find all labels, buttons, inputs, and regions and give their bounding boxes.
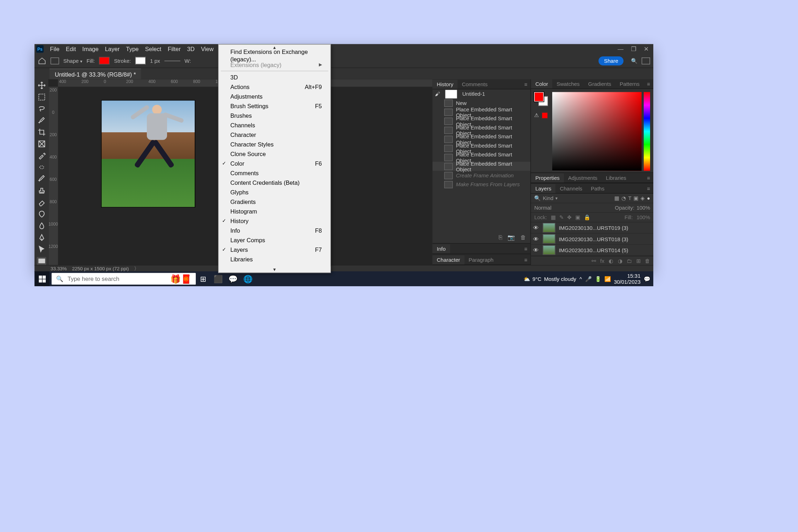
- taskbar-app-1[interactable]: ⬛: [211, 271, 226, 286]
- document-canvas[interactable]: [102, 101, 195, 207]
- layer-row[interactable]: 👁IMG20230130...URST018 (3): [531, 234, 653, 245]
- menu-type[interactable]: Type: [123, 45, 142, 53]
- layer-row[interactable]: 👁IMG20230130...URST019 (3): [531, 222, 653, 234]
- menu-item-brushes[interactable]: Brushes: [219, 111, 331, 120]
- menu-item-content-credentials-beta-[interactable]: Content Credentials (Beta): [219, 178, 331, 187]
- menu-file[interactable]: File: [47, 45, 63, 53]
- taskbar-clock[interactable]: 15:31 30/01/2023: [614, 273, 641, 285]
- shape-mode[interactable]: Shape ▾: [63, 58, 83, 64]
- menu-item-find-extensions[interactable]: Find Extensions on Exchange (legacy)...: [219, 51, 331, 60]
- create-document-icon[interactable]: ⎘: [499, 234, 503, 241]
- tab-adjustments[interactable]: Adjustments: [564, 173, 602, 182]
- notifications-icon[interactable]: 💬: [644, 276, 650, 282]
- menu-item-layers[interactable]: LayersF7: [219, 245, 331, 254]
- menu-item-color[interactable]: ColorF6: [219, 159, 331, 168]
- tab-gradients[interactable]: Gradients: [584, 79, 615, 89]
- visibility-toggle[interactable]: 👁: [533, 225, 539, 231]
- tab-color[interactable]: Color: [531, 79, 552, 89]
- tab-properties[interactable]: Properties: [531, 173, 564, 182]
- menu-item-3d[interactable]: 3D: [219, 72, 331, 82]
- history-state[interactable]: Place Embedded Smart Object: [433, 162, 531, 171]
- tab-info[interactable]: Info: [433, 244, 450, 253]
- mask-icon[interactable]: ◐: [609, 258, 614, 264]
- menu-filter[interactable]: Filter: [165, 45, 184, 53]
- menu-item-clone-source[interactable]: Clone Source: [219, 149, 331, 159]
- share-button[interactable]: Share: [599, 56, 624, 65]
- menu-item-character[interactable]: Character: [219, 130, 331, 139]
- marquee-tool[interactable]: [37, 93, 46, 101]
- task-view-icon[interactable]: ⊞: [196, 271, 211, 286]
- tray-battery-icon[interactable]: 🔋: [595, 276, 601, 282]
- start-button[interactable]: [35, 271, 50, 286]
- lasso-tool[interactable]: [37, 105, 46, 113]
- stroke-swatch[interactable]: [135, 57, 146, 65]
- path-select-tool[interactable]: [37, 245, 46, 254]
- gamut-warning-icon[interactable]: ⚠: [534, 112, 539, 118]
- menu-item-brush-settings[interactable]: Brush SettingsF5: [219, 101, 331, 111]
- adjustment-icon[interactable]: ◑: [618, 258, 623, 264]
- tab-character[interactable]: Character: [433, 255, 465, 264]
- tab-layers[interactable]: Layers: [531, 184, 555, 193]
- tab-patterns[interactable]: Patterns: [615, 79, 644, 89]
- history-state[interactable]: Make Frames From Layers: [433, 180, 531, 189]
- patch-tool[interactable]: [37, 164, 46, 172]
- tab-paragraph[interactable]: Paragraph: [464, 255, 498, 264]
- layer-row[interactable]: 👁IMG20230130...URST014 (5): [531, 245, 653, 256]
- hue-slider[interactable]: [644, 92, 650, 171]
- stroke-width[interactable]: 1 px: [150, 58, 160, 64]
- tab-swatches[interactable]: Swatches: [552, 79, 584, 89]
- menu-item-adjustments[interactable]: Adjustments: [219, 92, 331, 101]
- fx-icon[interactable]: fx: [600, 258, 604, 264]
- stroke-style[interactable]: [164, 60, 180, 61]
- paintbrush-tool[interactable]: [37, 175, 46, 183]
- menu-item-histogram[interactable]: Histogram: [219, 206, 331, 216]
- opacity-value[interactable]: 100%: [637, 205, 650, 211]
- menu-select[interactable]: Select: [142, 45, 165, 53]
- taskbar-search[interactable]: 🔍 Type here to search 🎁🧧: [52, 273, 196, 285]
- blend-mode[interactable]: Normal: [534, 205, 551, 211]
- home-icon[interactable]: [38, 57, 46, 65]
- menu-view[interactable]: View: [198, 45, 217, 53]
- menu-item-comments[interactable]: Comments: [219, 168, 331, 178]
- visibility-toggle[interactable]: 👁: [533, 236, 539, 242]
- eyedropper-tool[interactable]: [37, 152, 46, 160]
- search-icon[interactable]: 🔍: [631, 58, 637, 64]
- minimize-button[interactable]: —: [618, 45, 624, 52]
- tool-preset-picker[interactable]: [51, 57, 59, 64]
- gradient-tool[interactable]: [37, 210, 46, 218]
- pen-tool[interactable]: [37, 234, 46, 242]
- tray-chevron-icon[interactable]: ^: [580, 276, 582, 282]
- fill-swatch[interactable]: [99, 57, 110, 65]
- menu-item-history[interactable]: History: [219, 216, 331, 226]
- tray-wifi-icon[interactable]: 📶: [604, 276, 611, 282]
- weather-widget[interactable]: ⛅ 9°C Mostly cloudy: [523, 276, 576, 282]
- menu-image[interactable]: Image: [79, 45, 102, 53]
- brush-tool[interactable]: [37, 117, 46, 125]
- taskbar-app-chrome[interactable]: 🌐: [240, 271, 255, 286]
- tab-comments[interactable]: Comments: [458, 79, 492, 89]
- menu-item-gradients[interactable]: Gradients: [219, 197, 331, 206]
- tab-history[interactable]: History: [433, 79, 458, 89]
- rectangle-tool[interactable]: [37, 257, 46, 265]
- menu-layer[interactable]: Layer: [102, 45, 123, 53]
- closest-color-swatch[interactable]: [542, 112, 548, 119]
- menu-item-actions[interactable]: ActionsAlt+F9: [219, 82, 331, 92]
- new-layer-icon[interactable]: ⊞: [636, 258, 641, 264]
- menu-item-info[interactable]: InfoF8: [219, 226, 331, 235]
- crop-tool[interactable]: [37, 128, 46, 137]
- delete-layer-icon[interactable]: 🗑: [645, 258, 650, 264]
- move-tool[interactable]: [37, 82, 46, 90]
- menu-item-character-styles[interactable]: Character Styles: [219, 139, 331, 149]
- document-tab[interactable]: Untitled-1 @ 33.3% (RGB/8#) *: [50, 68, 142, 80]
- link-layers-icon[interactable]: ⚯: [592, 258, 596, 264]
- zoom-level[interactable]: 33.33%: [51, 266, 67, 271]
- menu-item-libraries[interactable]: Libraries: [219, 254, 331, 264]
- taskbar-app-2[interactable]: 💬: [226, 271, 240, 286]
- eraser-tool[interactable]: [37, 199, 46, 207]
- foreground-color-swatch[interactable]: [534, 92, 544, 102]
- menu-3d[interactable]: 3D: [184, 45, 198, 53]
- tab-libraries[interactable]: Libraries: [602, 173, 631, 182]
- stamp-tool[interactable]: [37, 187, 46, 195]
- frame-tool[interactable]: [37, 140, 46, 148]
- menu-item-channels[interactable]: Channels: [219, 120, 331, 130]
